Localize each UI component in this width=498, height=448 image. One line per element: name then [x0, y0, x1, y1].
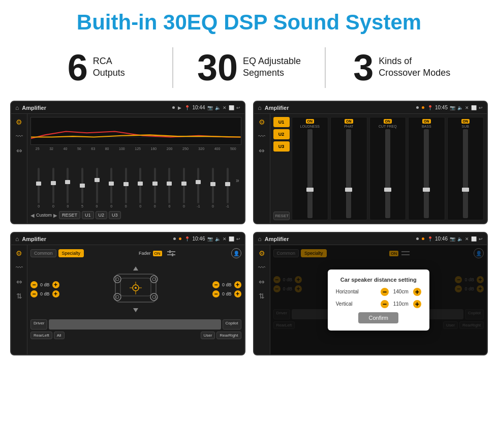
- amp-u2-btn[interactable]: U2: [273, 129, 290, 139]
- fader-fr-val: 0 dB: [222, 282, 232, 287]
- dialog-horizontal-plus[interactable]: +: [413, 288, 421, 296]
- fader-rr-plus[interactable]: +: [234, 290, 241, 297]
- fader-time: 10:46: [192, 236, 205, 242]
- dialog-horizontal-row: Horizontal − 140cm +: [336, 288, 421, 296]
- fader-fr-plus[interactable]: +: [234, 281, 241, 288]
- amp-home-icon[interactable]: ⌂: [258, 104, 262, 111]
- eq-u3-btn[interactable]: U3: [109, 211, 121, 219]
- home-icon[interactable]: ⌂: [15, 104, 19, 111]
- amp-channel-sub: ON SUB: [447, 117, 484, 220]
- dialog-vertical-minus[interactable]: −: [381, 300, 389, 308]
- dialog-back-icon[interactable]: ↩: [479, 236, 483, 242]
- fader-fl-minus[interactable]: −: [30, 281, 38, 288]
- back-icon[interactable]: ↩: [236, 105, 240, 110]
- fader-sidebar-icon-3[interactable]: ⇔: [16, 278, 22, 286]
- fader-common-tab[interactable]: Common: [30, 249, 56, 257]
- fader-rearright-btn[interactable]: RearRight: [216, 332, 241, 339]
- fader-home-icon[interactable]: ⌂: [15, 235, 19, 243]
- fader-driver-btn[interactable]: Driver: [30, 319, 47, 330]
- dialog-home-icon[interactable]: ⌂: [258, 235, 262, 243]
- amp-close-icon: ✕: [465, 105, 469, 110]
- fader-bar-center: [49, 319, 221, 330]
- amp-title: Amplifier: [265, 105, 413, 111]
- phat-slider[interactable]: [346, 129, 351, 218]
- eq-status-bar: ⌂ Amplifier ▶ 📍 10:44 📷 🔈 ✕ ⬜ ↩: [11, 102, 244, 114]
- fader-close-icon: ✕: [223, 236, 227, 242]
- amp-main-content: U1 U2 U3 RESET ON LOUDNESS ON: [270, 114, 487, 223]
- fader-copilot-btn[interactable]: Copilot: [223, 319, 241, 330]
- eq-sidebar-icon-1[interactable]: ⚙: [16, 118, 22, 126]
- screen-fader: ⌂ Amplifier 📍 10:46 📷 🔈 ✕ ⬜ ↩ ⚙ 〰 ⇔ ⇅: [10, 232, 245, 355]
- loudness-slider[interactable]: [307, 129, 313, 218]
- svg-point-16: [135, 287, 137, 289]
- amp-back-icon[interactable]: ↩: [479, 105, 483, 110]
- amp-sidebar-icon-1[interactable]: ⚙: [259, 118, 265, 126]
- bass-slider[interactable]: [424, 129, 429, 218]
- cutfreq-slider[interactable]: [385, 129, 390, 218]
- stat-divider-2: [325, 47, 326, 88]
- dialog-sidebar-icon-4[interactable]: ⇅: [259, 292, 265, 300]
- fader-sidebar-icon-2[interactable]: 〰: [16, 263, 23, 272]
- sub-on-badge: ON: [461, 119, 470, 124]
- stat-rca-line1: RCA: [93, 55, 125, 67]
- svg-rect-3: [169, 250, 171, 253]
- dialog-horizontal-label: Horizontal: [336, 289, 378, 294]
- fader-position-buttons: Driver Copilot: [30, 319, 241, 330]
- dialog-horizontal-minus[interactable]: −: [381, 288, 389, 296]
- dialog-vertical-plus[interactable]: +: [413, 300, 421, 308]
- fader-all-btn[interactable]: All: [54, 332, 65, 339]
- fader-on-badge: ON: [153, 251, 162, 256]
- amp-sidebar-icon-2[interactable]: 〰: [258, 132, 265, 140]
- dialog-horizontal-ctrl: − 140cm +: [381, 288, 421, 296]
- fader-db-rl: − 0 dB +: [30, 290, 59, 297]
- eq-sidebar-icon-2[interactable]: 〰: [16, 132, 23, 140]
- amp-time: 10:45: [435, 105, 448, 110]
- dialog-sidebar-icon-2[interactable]: 〰: [258, 263, 265, 272]
- eq-prev-arrow[interactable]: ◀: [30, 213, 35, 218]
- screen-amp: ⌂ Amplifier 📍 10:45 📷 🔈 ✕ ⬜ ↩ ⚙ 〰 ⇔: [253, 101, 488, 224]
- profile-icon[interactable]: 👤: [231, 248, 241, 258]
- amp-channel-loudness: ON LOUDNESS: [292, 117, 329, 220]
- svg-point-13: [150, 293, 158, 301]
- sub-slider[interactable]: [463, 129, 468, 218]
- svg-rect-1: [167, 251, 175, 252]
- fader-specialty-tab[interactable]: Specialty: [58, 249, 84, 257]
- eq-next-arrow[interactable]: ▶: [53, 213, 57, 218]
- fader-sidebar-icon-1[interactable]: ⚙: [16, 249, 22, 257]
- eq-bottom-bar: ◀ Custom ▶ RESET U1 U2 U3: [30, 210, 241, 220]
- fader-fl-val: 0 dB: [40, 282, 50, 287]
- eq-sidebar-icon-3[interactable]: ⇔: [16, 146, 22, 155]
- eq-slider-3: 5: [76, 168, 89, 208]
- cutfreq-label: CUT FREQ: [379, 125, 397, 128]
- fader-sidebar-icon-4[interactable]: ⇅: [16, 292, 22, 300]
- dialog-sidebar-icon-3[interactable]: ⇔: [259, 278, 265, 286]
- amp-u3-btn[interactable]: U3: [273, 141, 290, 152]
- fader-fl-plus[interactable]: +: [52, 281, 59, 288]
- amp-reset-btn[interactable]: RESET: [273, 212, 290, 220]
- dialog-status-bar: ⌂ Amplifier 📍 10:46 📷 🔈 ✕ ⬜ ↩: [254, 233, 487, 245]
- dialog-vertical-row: Vertical − 110cm +: [336, 300, 421, 308]
- amp-sidebar-icon-3[interactable]: ⇔: [259, 146, 265, 155]
- amp-location-icon: 📍: [427, 105, 433, 110]
- expand-icon[interactable]: »: [236, 177, 239, 184]
- stat-crossover-number: 3: [353, 49, 374, 86]
- amp-u1-btn[interactable]: U1: [273, 117, 290, 127]
- fader-rl-plus[interactable]: +: [52, 290, 59, 297]
- eq-u1-btn[interactable]: U1: [82, 211, 94, 219]
- eq-u2-btn[interactable]: U2: [96, 211, 108, 219]
- fader-fr-minus[interactable]: −: [212, 281, 220, 288]
- amp-dot1: [416, 106, 419, 109]
- camera-icon: 📷: [207, 105, 213, 110]
- fader-user-btn[interactable]: User: [201, 332, 215, 339]
- fader-rr-minus[interactable]: −: [212, 290, 220, 297]
- eq-reset-btn[interactable]: RESET: [59, 211, 80, 219]
- dialog-sidebar-icon-1[interactable]: ⚙: [259, 249, 265, 257]
- confirm-button[interactable]: Confirm: [358, 312, 398, 323]
- play-icon: ▶: [178, 105, 181, 110]
- fader-label: Fader: [139, 251, 151, 256]
- fader-rl-minus[interactable]: −: [30, 290, 38, 297]
- fader-db-fr: − 0 dB +: [212, 281, 241, 288]
- eq-time: 10:44: [192, 105, 205, 110]
- fader-back-icon[interactable]: ↩: [236, 236, 240, 242]
- fader-rearleft-btn[interactable]: RearLeft: [30, 332, 52, 339]
